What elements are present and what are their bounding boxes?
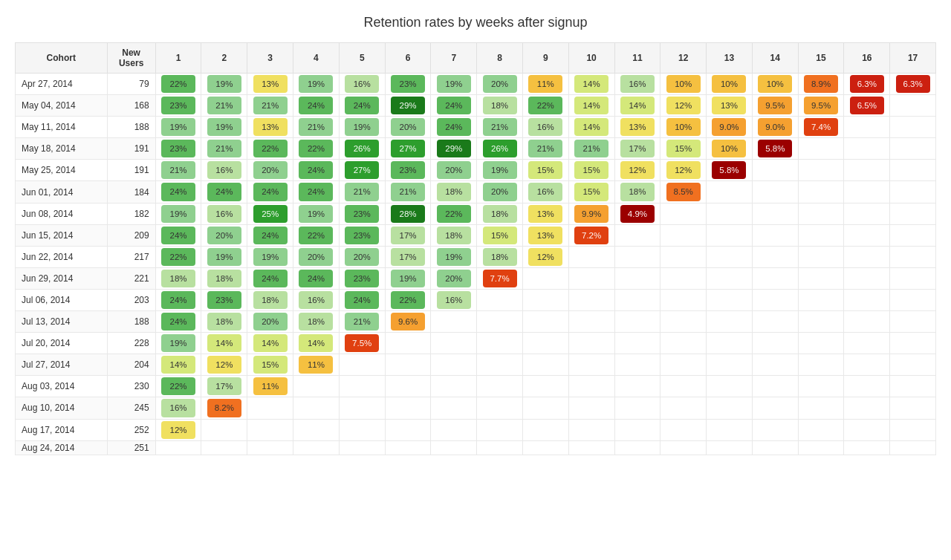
- retention-cell: [201, 440, 247, 455]
- retention-cell: 14%: [568, 117, 614, 138]
- retention-cell: 8.2%: [201, 397, 247, 419]
- week-header-2: 2: [201, 43, 247, 74]
- newusers-value: 252: [107, 419, 155, 440]
- cohort-label: Jul 20, 2014: [16, 333, 108, 354]
- retention-cell: 14%: [614, 95, 660, 117]
- retention-cell: [522, 376, 568, 397]
- retention-cell: [614, 376, 660, 397]
- retention-cell: 16%: [614, 74, 660, 95]
- retention-cell: 17%: [201, 376, 247, 397]
- retention-cell: [752, 376, 798, 397]
- retention-cell: 13%: [614, 117, 660, 138]
- table-row: Jun 01, 201418424%24%24%24%21%21%18%20%1…: [16, 181, 936, 203]
- chart-title: Retention rates by weeks after signup: [15, 15, 936, 30]
- retention-cell: [798, 376, 844, 397]
- retention-cell: 7.7%: [477, 267, 523, 289]
- retention-cell: 14%: [568, 95, 614, 117]
- retention-cell: [798, 419, 844, 440]
- retention-cell: 19%: [201, 246, 247, 267]
- retention-cell: 18%: [293, 311, 340, 333]
- retention-cell: 12%: [155, 419, 201, 440]
- cohort-label: May 04, 2014: [16, 95, 108, 117]
- retention-cell: 9.9%: [568, 203, 614, 224]
- cohort-label: Apr 27, 2014: [16, 74, 108, 95]
- table-row: May 25, 201419121%16%20%24%27%23%20%19%1…: [16, 160, 936, 181]
- retention-cell: 15%: [568, 181, 614, 203]
- retention-cell: 24%: [431, 95, 477, 117]
- retention-cell: 20%: [431, 160, 477, 181]
- retention-cell: [707, 419, 753, 440]
- retention-cell: [339, 397, 385, 419]
- retention-cell: [385, 333, 431, 354]
- table-row: Jul 20, 201422819%14%14%14%7.5%: [16, 333, 936, 354]
- retention-cell: [844, 289, 890, 310]
- retention-cell: 9.5%: [752, 95, 798, 117]
- retention-cell: 11%: [293, 354, 340, 376]
- week-header-16: 16: [844, 43, 890, 74]
- newusers-value: 228: [107, 333, 155, 354]
- retention-cell: [798, 354, 844, 376]
- retention-cell: 28%: [385, 203, 431, 224]
- retention-cell: [568, 354, 614, 376]
- retention-cell: 18%: [477, 246, 523, 267]
- week-header-14: 14: [752, 43, 798, 74]
- retention-cell: 22%: [293, 224, 340, 246]
- retention-cell: [752, 224, 798, 246]
- retention-cell: 24%: [155, 289, 201, 310]
- retention-cell: [890, 117, 936, 138]
- retention-cell: [293, 376, 340, 397]
- newusers-header: NewUsers: [107, 43, 155, 74]
- newusers-value: 251: [107, 440, 155, 455]
- retention-cell: 20%: [247, 160, 293, 181]
- retention-cell: [798, 289, 844, 310]
- retention-cell: [890, 138, 936, 160]
- retention-cell: [844, 117, 890, 138]
- newusers-value: 191: [107, 138, 155, 160]
- newusers-value: 79: [107, 74, 155, 95]
- retention-cell: [477, 311, 523, 333]
- week-header-13: 13: [707, 43, 753, 74]
- retention-cell: [385, 376, 431, 397]
- retention-cell: [614, 397, 660, 419]
- retention-cell: [660, 333, 707, 354]
- retention-cell: [890, 419, 936, 440]
- retention-cell: [890, 289, 936, 310]
- retention-cell: [707, 267, 753, 289]
- retention-cell: 19%: [385, 267, 431, 289]
- retention-cell: [293, 419, 340, 440]
- retention-cell: [431, 440, 477, 455]
- retention-cell: 29%: [385, 95, 431, 117]
- cohort-label: Jun 08, 2014: [16, 203, 108, 224]
- retention-cell: 21%: [385, 181, 431, 203]
- retention-cell: 21%: [568, 138, 614, 160]
- retention-cell: [568, 289, 614, 310]
- table-row: May 18, 201419123%21%22%22%26%27%29%26%2…: [16, 138, 936, 160]
- cohort-label: Jun 15, 2014: [16, 224, 108, 246]
- week-header-10: 10: [568, 43, 614, 74]
- retention-cell: 22%: [155, 246, 201, 267]
- retention-cell: [522, 333, 568, 354]
- retention-cell: [660, 203, 707, 224]
- week-header-5: 5: [339, 43, 385, 74]
- retention-cell: 19%: [155, 203, 201, 224]
- retention-cell: [660, 376, 707, 397]
- retention-cell: 19%: [339, 117, 385, 138]
- retention-cell: [614, 224, 660, 246]
- cohort-label: Jun 22, 2014: [16, 246, 108, 267]
- retention-cell: 7.5%: [339, 333, 385, 354]
- retention-cell: [890, 376, 936, 397]
- retention-cell: 19%: [431, 246, 477, 267]
- newusers-value: 209: [107, 224, 155, 246]
- retention-cell: [890, 224, 936, 246]
- retention-cell: [293, 440, 340, 455]
- retention-cell: [752, 160, 798, 181]
- retention-cell: 21%: [155, 160, 201, 181]
- retention-cell: [890, 160, 936, 181]
- retention-cell: 12%: [660, 95, 707, 117]
- week-header-1: 1: [155, 43, 201, 74]
- newusers-value: 184: [107, 181, 155, 203]
- retention-cell: 16%: [522, 181, 568, 203]
- retention-cell: 12%: [522, 246, 568, 267]
- retention-cell: [752, 181, 798, 203]
- retention-cell: 10%: [660, 117, 707, 138]
